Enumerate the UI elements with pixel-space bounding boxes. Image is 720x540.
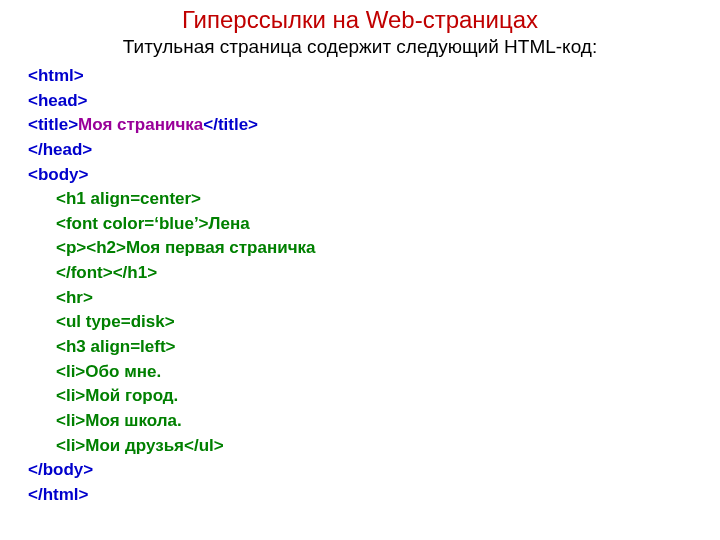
code-tag: <li> xyxy=(56,411,85,430)
slide-title: Гиперссылки на Web-страницах xyxy=(28,6,692,34)
code-line: </body> xyxy=(28,458,692,483)
code-line: <h1 align=center> xyxy=(28,187,692,212)
code-line: <li>Мои друзья</ul> xyxy=(28,434,692,459)
code-text: Обо мне. xyxy=(85,362,161,381)
code-line: <li>Мой город. xyxy=(28,384,692,409)
code-text: Моя страничка xyxy=(78,115,203,134)
code-tag: <li> xyxy=(56,436,85,455)
code-text: Моя школа. xyxy=(85,411,181,430)
code-line: <hr> xyxy=(28,286,692,311)
code-tag: <title> xyxy=(28,115,78,134)
code-text: Лена xyxy=(209,214,250,233)
code-block: <html> <head> <title>Моя страничка</titl… xyxy=(28,64,692,508)
code-line: <body> xyxy=(28,163,692,188)
code-line: <li>Моя школа. xyxy=(28,409,692,434)
code-line: <ul type=disk> xyxy=(28,310,692,335)
code-tag: <font color=‘blue’> xyxy=(56,214,209,233)
code-line: <h3 align=left> xyxy=(28,335,692,360)
code-line: </html> xyxy=(28,483,692,508)
code-text: Моя первая страничка xyxy=(126,238,316,257)
code-line: <html> xyxy=(28,64,692,89)
code-line: </font></h1> xyxy=(28,261,692,286)
code-line: <head> xyxy=(28,89,692,114)
code-line: </head> xyxy=(28,138,692,163)
code-tag: <li> xyxy=(56,386,85,405)
code-text: Мои друзья xyxy=(85,436,184,455)
code-tag: <li> xyxy=(56,362,85,381)
code-tag: </title> xyxy=(203,115,258,134)
code-line: <title>Моя страничка</title> xyxy=(28,113,692,138)
slide-subtitle: Титульная страница содержит следующий HT… xyxy=(28,36,692,58)
slide: Гиперссылки на Web-страницах Титульная с… xyxy=(0,0,720,508)
code-line: <font color=‘blue’>Лена xyxy=(28,212,692,237)
code-tag: <p><h2> xyxy=(56,238,126,257)
code-tag: </ul> xyxy=(184,436,224,455)
code-line: <p><h2>Моя первая страничка xyxy=(28,236,692,261)
code-line: <li>Обо мне. xyxy=(28,360,692,385)
code-text: Мой город. xyxy=(85,386,178,405)
